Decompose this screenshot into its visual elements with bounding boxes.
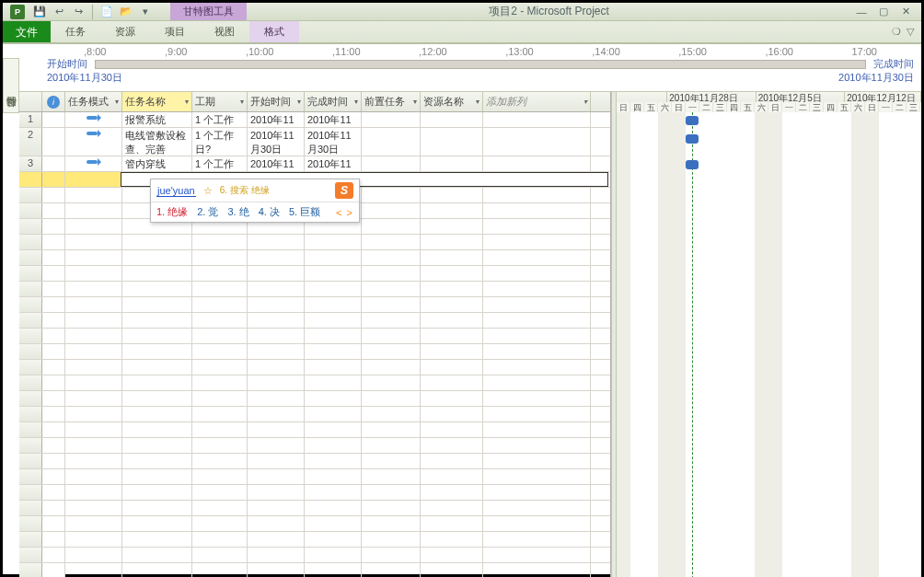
cell-add[interactable] — [483, 112, 591, 127]
empty-row[interactable] — [19, 501, 610, 516]
minimize-button[interactable]: — — [851, 5, 872, 19]
qat-save-icon[interactable]: 💾 — [31, 4, 48, 20]
col-resources[interactable]: 资源名称▾ — [421, 92, 483, 111]
cell-pred[interactable] — [362, 128, 421, 156]
cell-res[interactable] — [421, 156, 483, 171]
empty-row[interactable] — [19, 282, 610, 297]
ribbon-collapse-icon[interactable]: ▽ — [907, 26, 914, 38]
col-duration[interactable]: 工期▾ — [192, 92, 248, 111]
cell-mode[interactable] — [65, 112, 122, 127]
empty-row[interactable] — [19, 532, 610, 548]
empty-row[interactable] — [19, 360, 610, 375]
cell-info[interactable] — [42, 128, 65, 156]
empty-row[interactable] — [19, 469, 610, 485]
task-row[interactable]: 1报警系统1 个工作2010年11月2010年11月 — [19, 112, 610, 128]
cell-end[interactable]: 2010年11月 — [305, 156, 362, 171]
empty-row[interactable] — [19, 438, 610, 454]
cell-mode[interactable] — [65, 156, 122, 171]
cell-name[interactable]: 管内穿线 — [122, 156, 192, 171]
cell-info[interactable] — [42, 156, 65, 171]
row-number[interactable]: 3 — [19, 156, 42, 171]
cell-duration[interactable]: 1 个工作 — [192, 156, 248, 171]
cell-start[interactable]: 2010年11月 — [248, 156, 305, 171]
gantt-bar[interactable] — [686, 160, 699, 169]
task-row[interactable]: 3管内穿线1 个工作2010年11月2010年11月 — [19, 156, 610, 172]
tab-format[interactable]: 格式 — [249, 21, 299, 42]
cell-start[interactable]: 2010年11月 — [248, 112, 305, 127]
empty-row[interactable] — [19, 266, 610, 282]
col-info[interactable]: i — [42, 92, 65, 111]
row-number[interactable]: 1 — [19, 112, 42, 127]
empty-row[interactable] — [19, 344, 610, 360]
cell-duration[interactable]: 1 个工作 — [192, 112, 248, 127]
empty-row[interactable] — [19, 454, 610, 469]
view-vertical-tab[interactable]: 甘特图 — [3, 58, 19, 113]
ime-candidate[interactable]: 4. 决 — [259, 205, 280, 219]
col-mode[interactable]: 任务模式▾ — [65, 92, 122, 111]
qat-more-icon[interactable]: ▾ — [137, 4, 154, 20]
gantt-body[interactable] — [617, 112, 921, 577]
gantt-bar[interactable] — [686, 116, 699, 125]
col-start[interactable]: 开始时间▾ — [248, 92, 305, 111]
cell-name[interactable]: 报警系统 — [122, 112, 192, 127]
cell-info[interactable] — [42, 112, 65, 127]
app-icon[interactable]: P — [10, 5, 25, 19]
ime-candidate[interactable]: 1. 绝缘 — [156, 205, 188, 219]
cell-mode[interactable] — [65, 128, 122, 156]
file-tab[interactable]: 文件 — [3, 21, 51, 42]
ime-candidate[interactable]: 5. 巨额 — [289, 205, 320, 219]
gantt-bar[interactable] — [686, 134, 699, 144]
tab-resource[interactable]: 资源 — [100, 21, 150, 42]
col-predecessors[interactable]: 前置任务▾ — [362, 92, 421, 111]
empty-row[interactable] — [19, 391, 610, 407]
empty-row[interactable] — [19, 563, 610, 577]
cell-pred[interactable] — [362, 156, 421, 171]
cell-end[interactable]: 2010年11月 — [305, 112, 362, 127]
empty-row[interactable] — [19, 516, 610, 532]
empty-row[interactable] — [19, 422, 610, 438]
col-end[interactable]: 完成时间▾ — [305, 92, 362, 111]
empty-row[interactable] — [19, 407, 610, 422]
gantt-timescale[interactable]: 2010年11月28日2010年12月5日2010年12月12日 日四五六日一二… — [617, 92, 921, 112]
col-name[interactable]: 任务名称▾ — [122, 92, 192, 111]
empty-row[interactable] — [19, 297, 610, 313]
close-button[interactable]: ✕ — [895, 5, 916, 19]
tab-project[interactable]: 项目 — [150, 21, 200, 42]
task-row[interactable]: 2电线管敷设检查、完善1 个工作日?2010年11月30日2010年11月30日 — [19, 128, 610, 156]
cell-start[interactable]: 2010年11月30日 — [248, 128, 305, 156]
row-number[interactable]: 2 — [19, 128, 42, 156]
qat-redo-icon[interactable]: ↪ — [70, 4, 87, 20]
qat-undo-icon[interactable]: ↩ — [51, 4, 67, 20]
col-add-new[interactable]: 添加新列▾ — [483, 92, 591, 111]
ime-candidates[interactable]: 1. 绝缘2. 觉3. 绝4. 决5. 巨额< > — [151, 202, 359, 222]
help-icon[interactable]: ❍ — [892, 26, 901, 38]
timeline-bar[interactable] — [95, 60, 866, 69]
maximize-button[interactable]: ▢ — [873, 5, 894, 19]
qat-new-icon[interactable]: 📄 — [98, 4, 115, 20]
ime-page-arrows[interactable]: < > — [336, 207, 353, 218]
timescale-day: 日 — [672, 102, 686, 112]
cell-add[interactable] — [483, 128, 591, 156]
ime-candidate[interactable]: 2. 觉 — [197, 205, 218, 219]
cell-name[interactable]: 电线管敷设检查、完善 — [122, 128, 192, 156]
cell-res[interactable] — [421, 112, 483, 127]
empty-row[interactable] — [19, 375, 610, 391]
cell-pred[interactable] — [362, 112, 421, 127]
cell-duration[interactable]: 1 个工作日? — [192, 128, 248, 156]
tab-view[interactable]: 视图 — [200, 21, 249, 42]
empty-row[interactable] — [19, 235, 610, 250]
empty-row[interactable] — [19, 250, 610, 266]
empty-row[interactable] — [19, 485, 610, 501]
ime-input[interactable]: jue'yuan — [156, 185, 196, 197]
qat-open-icon[interactable]: 📂 — [118, 4, 134, 20]
cell-res[interactable] — [421, 128, 483, 156]
ime-search-hint[interactable]: 6. 搜索 绝缘 — [220, 184, 270, 197]
tab-task[interactable]: 任务 — [51, 21, 100, 42]
cell-add[interactable] — [483, 156, 591, 171]
ime-candidate[interactable]: 3. 绝 — [227, 205, 248, 219]
empty-row[interactable] — [19, 329, 610, 344]
cell-end[interactable]: 2010年11月30日 — [305, 128, 362, 156]
empty-row[interactable] — [19, 548, 610, 563]
grid-corner[interactable] — [19, 92, 42, 111]
empty-row[interactable] — [19, 313, 610, 329]
